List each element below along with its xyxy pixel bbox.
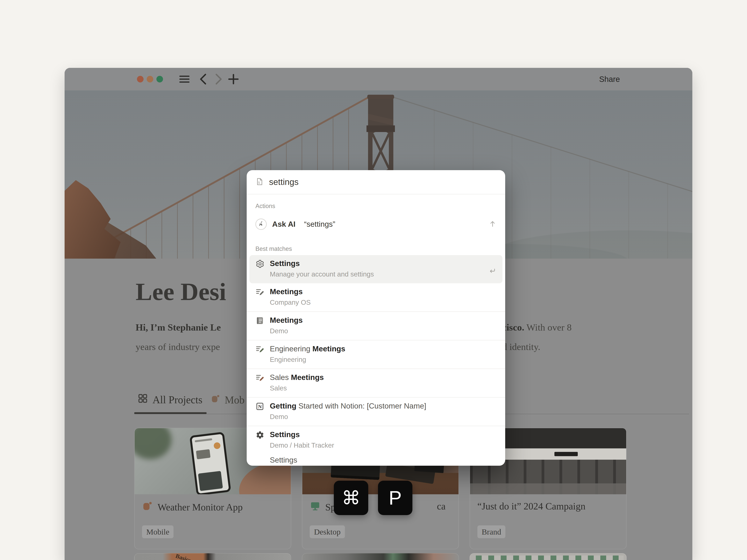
notion-ai-face-icon (255, 218, 267, 230)
intro-paragraph-right: cisco. With over 8 d identity. (502, 318, 571, 356)
grid-icon (137, 393, 148, 406)
forward-icon[interactable] (213, 73, 225, 85)
result-title: Meetings (270, 287, 311, 296)
result-subtitle: Company OS (270, 298, 311, 306)
intro-regular-right: With over 8 (524, 322, 571, 333)
app-blob-icon (211, 394, 221, 406)
notion-logo-icon: N (255, 402, 264, 411)
section-label-actions: Actions (255, 203, 496, 210)
tag-chip: Mobile (142, 525, 174, 538)
tag-chip: Desktop (310, 525, 345, 538)
screen: Share (0, 0, 747, 560)
keycap-p: P (378, 481, 412, 515)
tag-chip: Brand (478, 525, 506, 538)
new-page-icon[interactable] (228, 73, 239, 85)
search-result-row[interactable]: Sales MeetingsSales (247, 369, 505, 397)
result-subtitle: Sales (270, 384, 324, 392)
window-titlebar: Share (65, 68, 692, 90)
section-label-best-matches: Best matches (255, 245, 496, 252)
minimize-window-button[interactable] (147, 76, 153, 82)
document-icon (255, 178, 264, 186)
intro-regular-left: years of industry expe (136, 342, 220, 352)
meeting-notes-brown-icon (255, 373, 264, 382)
card-title-text: Weather Monitor App (158, 502, 243, 513)
project-card-partial[interactable]: Basics (134, 553, 291, 560)
keycap-command: ⌘ (334, 481, 368, 515)
return-icon (488, 267, 496, 276)
intro-regular-right2: d identity. (502, 342, 540, 352)
result-subtitle: Demo (270, 413, 426, 421)
intro-bold-left: Hi, I’m Stephanie Le (136, 322, 221, 333)
result-subtitle: Engineering (270, 356, 345, 364)
search-result-row[interactable]: SettingsDemo / Habit Tracker (247, 426, 505, 454)
card-title-text: “Just do it” 2024 Campaign (478, 501, 586, 512)
ask-ai-query: “settings” (304, 220, 335, 229)
zoom-window-button[interactable] (156, 76, 163, 82)
gear-icon (255, 259, 264, 268)
intro-bold-right: cisco. (502, 322, 524, 333)
card-title-fragment: ca (437, 501, 445, 512)
result-subtitle: Manage your account and settings (270, 270, 374, 278)
monitor-icon (310, 501, 320, 514)
app-blob-icon (142, 501, 153, 514)
search-result-row[interactable]: NGetting Started with Notion: [Customer … (247, 398, 505, 426)
result-title: Sales Meetings (270, 373, 324, 382)
page-title: Lee Desi (136, 277, 226, 306)
arrow-up-icon (489, 220, 496, 229)
search-result-row[interactable]: MeetingsCompany OS (247, 283, 505, 311)
gear-sprocket-icon (255, 430, 264, 439)
partial-result-title: Settings (270, 456, 496, 464)
result-title: Settings (270, 430, 334, 439)
search-result-row[interactable]: MeetingsDemo (247, 312, 505, 340)
journal-icon (255, 316, 264, 325)
search-input[interactable] (269, 177, 496, 187)
tab-label: All Projects (153, 394, 202, 406)
svg-text:N: N (258, 404, 262, 409)
search-row (247, 170, 505, 194)
ask-ai-label: Ask AI (272, 220, 295, 229)
result-subtitle: Demo (270, 327, 303, 335)
result-title: Settings (270, 259, 374, 268)
result-title: Meetings (270, 316, 303, 325)
intro-paragraph-left: Hi, I’m Stephanie Le years of industry e… (136, 318, 221, 356)
ask-ai-action[interactable]: Ask AI “settings” (247, 212, 505, 236)
tab-all-projects[interactable]: All Projects (137, 393, 202, 406)
meeting-notes-icon (255, 288, 264, 296)
search-result-row[interactable]: Engineering MeetingsEngineering (247, 341, 505, 369)
result-title: Getting Started with Notion: [Customer N… (270, 402, 426, 410)
project-card-partial[interactable] (302, 553, 459, 560)
project-card-partial[interactable] (470, 553, 626, 560)
share-button[interactable]: Share (599, 74, 620, 85)
tab-label: Mob (225, 394, 244, 406)
poster-text: Basics (175, 553, 192, 560)
result-title: Engineering Meetings (270, 344, 345, 353)
search-results-list: SettingsManage your account and settings… (247, 255, 505, 454)
back-icon[interactable] (197, 73, 209, 85)
sidebar-menu-icon[interactable] (179, 73, 190, 85)
divider (247, 194, 505, 194)
tab-mobile[interactable]: Mob (211, 394, 244, 406)
result-subtitle: Demo / Habit Tracker (270, 442, 334, 449)
search-modal: Actions Ask AI “settings” Best matches S… (247, 170, 505, 466)
meeting-notes-olive-icon (255, 345, 264, 354)
close-window-button[interactable] (137, 76, 144, 82)
search-result-row[interactable]: SettingsManage your account and settings (249, 255, 503, 283)
